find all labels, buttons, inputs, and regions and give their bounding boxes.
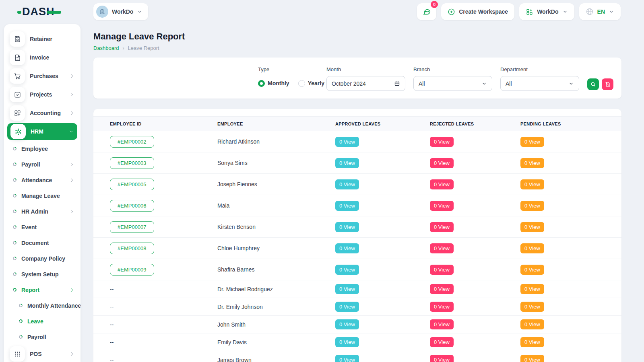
sidebar-item-label: Company Policy <box>21 255 75 262</box>
pending-leaves-view-button[interactable]: 0 View <box>520 179 544 189</box>
approved-leaves-view-button[interactable]: 0 View <box>335 158 359 168</box>
rejected-leaves-view-button[interactable]: 0 View <box>430 337 454 347</box>
table-body: #EMP00002 Richard Atkinson 0 View 0 View… <box>93 131 621 362</box>
pending-leaves-view-button[interactable]: 0 View <box>520 355 544 362</box>
workdo-apps-menu[interactable]: WorkDo <box>519 3 574 20</box>
radio-yearly-circle[interactable] <box>298 80 305 87</box>
pending-leaves-view-button[interactable]: 0 View <box>520 319 544 329</box>
employee-id-badge[interactable]: #EMP00006 <box>110 200 154 212</box>
sidebar-item-attendance[interactable]: Attendance <box>6 172 78 188</box>
app-logo[interactable]: DASH <box>0 6 93 17</box>
rejected-leaves-view-button[interactable]: 0 View <box>430 284 454 294</box>
sidebar-item-label: Event <box>21 224 75 230</box>
branch-select[interactable]: All <box>413 76 492 91</box>
search-icon <box>590 81 596 87</box>
pending-leaves-view-button[interactable]: 0 View <box>520 337 544 347</box>
sidebar-item-employee[interactable]: Employee <box>6 141 78 156</box>
sidebar-item-label: Retainer <box>30 36 75 42</box>
create-workspace-button[interactable]: Create Workspace <box>441 3 514 20</box>
employee-id-badge[interactable]: #EMP00008 <box>110 243 154 254</box>
chat-icon <box>422 7 431 16</box>
col-employee-id: Employee ID <box>101 121 209 126</box>
employee-id-badge[interactable]: #EMP00009 <box>110 264 154 276</box>
approved-leaves-view-button[interactable]: 0 View <box>335 243 359 253</box>
approved-leaves-view-button[interactable]: 0 View <box>335 222 359 232</box>
employee-id-badge[interactable]: #EMP00005 <box>110 179 154 190</box>
sidebar-item-label: Payroll <box>21 161 64 168</box>
rejected-leaves-view-button[interactable]: 0 View <box>430 265 454 275</box>
approved-leaves-view-button[interactable]: 0 View <box>335 319 359 329</box>
approved-leaves-view-button[interactable]: 0 View <box>335 201 359 211</box>
pending-leaves-view-button[interactable]: 0 View <box>520 222 544 232</box>
approved-leaves-view-button[interactable]: 0 View <box>335 179 359 189</box>
bullet-icon <box>12 240 17 245</box>
sidebar-item-hrm[interactable]: HRM <box>7 123 77 140</box>
rejected-leaves-view-button[interactable]: 0 View <box>430 355 454 362</box>
approved-leaves-view-button[interactable]: 0 View <box>335 302 359 312</box>
sidebar-item-system-setup[interactable]: System Setup <box>6 266 78 282</box>
plus-circle-icon <box>448 8 455 16</box>
pending-leaves-view-button[interactable]: 0 View <box>520 284 544 294</box>
sidebar-item-manage-leave[interactable]: Manage Leave <box>6 188 78 204</box>
messages-count-badge: 0 <box>431 1 438 8</box>
radio-yearly[interactable]: Yearly <box>298 80 324 87</box>
workspace-switcher[interactable]: WorkDo <box>93 3 148 20</box>
topbar: DASH WorkDo 0 Create Workspace WorkDo EN <box>0 0 644 23</box>
sidebar-item-pos[interactable]: POS <box>6 345 78 362</box>
pending-leaves-view-button[interactable]: 0 View <box>520 158 544 168</box>
rejected-leaves-view-button[interactable]: 0 View <box>430 302 454 312</box>
rejected-leaves-view-button[interactable]: 0 View <box>430 243 454 253</box>
sidebar-item-purchases[interactable]: Purchases <box>6 67 78 85</box>
pending-leaves-view-button[interactable]: 0 View <box>520 243 544 253</box>
messages-button[interactable]: 0 <box>417 3 436 20</box>
sidebar-item-hr-admin[interactable]: HR Admin <box>6 204 78 219</box>
sidebar-item-projects[interactable]: Projects <box>6 85 78 104</box>
department-select[interactable]: All <box>500 76 579 91</box>
sidebar-item-payroll-report[interactable]: Payroll <box>6 329 78 345</box>
logo-bar-accent <box>47 11 61 14</box>
rejected-leaves-view-button[interactable]: 0 View <box>430 222 454 232</box>
apply-filter-button[interactable] <box>587 78 599 90</box>
month-filter: Month October 2024 <box>326 66 405 91</box>
sidebar-item-monthly-attendance[interactable]: Monthly Attendance <box>6 298 78 313</box>
rejected-leaves-view-button[interactable]: 0 View <box>430 137 454 147</box>
employee-id-badge[interactable]: #EMP00003 <box>110 157 154 169</box>
chevron-down-icon <box>562 9 568 14</box>
approved-leaves-view-button[interactable]: 0 View <box>335 355 359 362</box>
hrm-icon <box>10 124 26 139</box>
approved-leaves-view-button[interactable]: 0 View <box>335 265 359 275</box>
sidebar-item-label: POS <box>30 351 64 357</box>
employee-name: Joseph Fiennes <box>209 181 327 187</box>
radio-monthly-circle[interactable] <box>258 80 265 87</box>
sidebar-item-company-policy[interactable]: Company Policy <box>6 251 78 266</box>
employee-id-badge[interactable]: #EMP00007 <box>110 221 154 233</box>
pending-leaves-view-button[interactable]: 0 View <box>520 201 544 211</box>
purchases-icon <box>10 68 25 84</box>
breadcrumb-dashboard-link[interactable]: Dashboard <box>93 45 119 51</box>
employee-id-badge[interactable]: #EMP00002 <box>110 136 154 148</box>
language-selector[interactable]: EN <box>579 3 621 20</box>
approved-leaves-view-button[interactable]: 0 View <box>335 284 359 294</box>
radio-monthly[interactable]: Monthly <box>258 80 289 87</box>
month-input[interactable]: October 2024 <box>326 76 405 91</box>
pending-leaves-view-button[interactable]: 0 View <box>520 265 544 275</box>
sidebar-item-accounting[interactable]: Accounting <box>6 104 78 122</box>
table-row: -- Dr. Michael Rodriguez 0 View 0 View 0… <box>93 280 621 298</box>
pending-leaves-view-button[interactable]: 0 View <box>520 302 544 312</box>
sidebar-item-report[interactable]: Report <box>6 282 78 298</box>
employee-name: Dr. Emily Johnson <box>209 304 327 310</box>
sidebar-item-retainer[interactable]: Retainer <box>6 30 78 48</box>
sidebar-item-payroll[interactable]: Payroll <box>6 156 78 172</box>
sidebar-item-event[interactable]: Event <box>6 219 78 235</box>
sidebar-item-leave[interactable]: Leave <box>6 313 78 329</box>
rejected-leaves-view-button[interactable]: 0 View <box>430 158 454 168</box>
approved-leaves-view-button[interactable]: 0 View <box>335 137 359 147</box>
rejected-leaves-view-button[interactable]: 0 View <box>430 319 454 329</box>
rejected-leaves-view-button[interactable]: 0 View <box>430 179 454 189</box>
rejected-leaves-view-button[interactable]: 0 View <box>430 201 454 211</box>
sidebar-item-document[interactable]: Document <box>6 235 78 251</box>
approved-leaves-view-button[interactable]: 0 View <box>335 337 359 347</box>
reset-filter-button[interactable] <box>602 78 613 90</box>
pending-leaves-view-button[interactable]: 0 View <box>520 137 544 147</box>
sidebar-item-invoice[interactable]: Invoice <box>6 48 78 67</box>
